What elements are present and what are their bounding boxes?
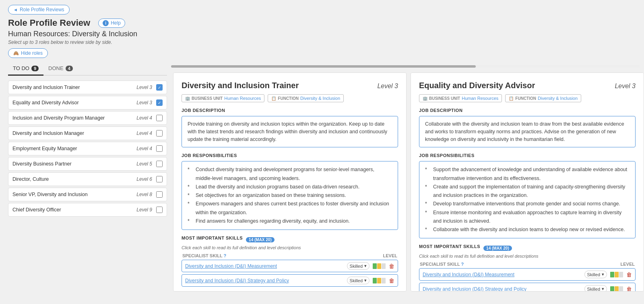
back-button[interactable]: ◄ Role Profile Reviews [8,5,70,14]
specialist-skill-help-icon[interactable]: ? [223,253,226,258]
skill-row: Diversity and Inclusion (D&I) Strategy a… [419,283,636,292]
responsibility-text: Collaborate with the diversity and inclu… [433,225,625,234]
help-button-label: Help [111,20,121,26]
bar-1 [373,278,377,283]
skill-row: Diversity and Inclusion (D&I) Strategy a… [182,274,398,287]
bar-2 [615,286,619,292]
role-list-item[interactable]: Equality and Diversity Advisor Level 3 ✓ [8,96,167,110]
skill-bars [373,263,386,269]
role-checkbox[interactable] [156,191,163,198]
role-list-item[interactable]: Director, Culture Level 6 [8,172,167,186]
function-label: FUNCTION [278,96,299,101]
role-list-item[interactable]: Diversity Business Partner Level 5 [8,157,167,171]
skill-level-select[interactable]: Skilled ▾ [347,277,369,284]
skill-name[interactable]: Diversity and Inclusion (D&I) Strategy a… [185,278,347,283]
business-unit-tag[interactable]: 🏢 BUSINESS UNIT Human Resources [419,94,502,102]
level-col-label: LEVEL [383,253,397,258]
role-checkbox[interactable]: ✓ [156,84,163,91]
responsibility-item: * Ensure intense monitoring and evaluati… [425,209,630,226]
skill-level-value: Skilled [350,264,363,269]
bullet-icon: * [425,209,430,226]
role-name: Diversity Business Partner [12,161,136,167]
responsibility-item: * Conduct diversity training and develop… [188,165,392,183]
hide-roles-button[interactable]: 🙈 Hide roles [8,48,48,58]
function-tag[interactable]: 📋 FUNCTION Diversity & Inclusion [268,94,344,102]
function-value: Diversity & Inclusion [538,96,578,101]
skill-name[interactable]: Diversity and Inclusion (D&I) Measuremen… [185,263,347,269]
skills-subtitle: Click each skill to read its full defini… [182,245,398,250]
bullet-icon: * [425,183,430,200]
skills-subtitle: Click each skill to read its full defini… [419,254,636,259]
bullet-icon: * [188,200,192,217]
business-unit-tag[interactable]: 🏢 BUSINESS UNIT Human Resources [182,94,264,102]
delete-skill-button[interactable]: 🗑 [626,271,632,278]
bullet-icon: * [425,165,430,183]
role-list-item[interactable]: Chief Diversity Officer Level 9 [8,203,167,217]
skill-name[interactable]: Diversity and Inclusion (D&I) Strategy a… [423,286,584,292]
job-description-heading: JOB DESCRIPTION [419,108,636,113]
role-checkbox[interactable] [156,207,163,213]
role-checkbox[interactable] [156,130,163,136]
responsibility-item: * Empowers managers and shares current b… [188,200,392,217]
back-button-label: Role Profile Reviews [20,7,64,12]
card-level: Level 3 [615,83,636,90]
role-name: Diversity and Inclusion Manager [12,130,136,136]
tab-todo[interactable]: TO DO 9 [8,62,43,76]
bar-1 [610,272,614,277]
role-checkbox[interactable]: ✓ [156,99,163,106]
skill-level-select[interactable]: Skilled ▾ [347,262,369,270]
role-checkbox[interactable] [156,176,163,182]
bar-2 [377,278,381,283]
responsibility-item: * Support the advancement of knowledge a… [425,165,630,183]
bullet-icon: * [425,200,430,208]
role-list-item[interactable]: Senior VP, Diversity and Inclusion Level… [8,188,167,201]
role-level: Level 6 [136,176,152,182]
skill-name[interactable]: Diversity and Inclusion (D&I) Measuremen… [423,272,584,277]
role-level: Level 3 [136,85,152,90]
help-button[interactable]: i Help [98,19,125,28]
responsibilities-box: * Conduct diversity training and develop… [182,161,398,230]
skill-level-value: Skilled [587,272,600,277]
page-title: Role Profile Review [8,18,90,28]
bar-1 [610,286,614,292]
specialist-skill-col-label: Specialist skill ? [420,262,464,267]
skills-header: MOST IMPORTANT SKILLS 14 (MAX 20) [182,236,398,244]
bullet-icon: * [188,183,192,191]
role-checkbox[interactable] [156,145,163,152]
function-tag[interactable]: 📋 FUNCTION Diversity & Inclusion [505,94,581,102]
role-level: Level 8 [136,192,152,197]
responsibility-text: Lead the diversity and inclusion program… [196,183,359,191]
role-list-item[interactable]: Diversity and Inclusion Trainer Level 3 … [8,81,167,94]
level-col-label: LEVEL [621,262,635,267]
delete-skill-button[interactable]: 🗑 [389,277,394,284]
role-checkbox[interactable] [156,161,163,167]
bullet-icon: * [188,191,192,200]
role-list-item[interactable]: Employment Equity Manager Level 4 [8,142,167,155]
chevron-down-icon: ▾ [602,286,604,292]
skill-level-select[interactable]: Skilled ▾ [584,271,607,278]
skills-count-badge: 14 (MAX 20) [483,246,512,251]
role-checkbox[interactable] [156,115,163,121]
role-level: Level 3 [136,100,152,105]
skill-level-select[interactable]: Skilled ▾ [584,285,607,292]
specialist-skill-col-label: Specialist skill ? [182,253,226,258]
role-list-item[interactable]: Inclusion and Diversity Program Manager … [8,111,167,125]
tab-done[interactable]: DONE 4 [43,62,78,76]
bar-3 [382,278,386,283]
skills-header: MOST IMPORTANT SKILLS 14 (MAX 20) [419,244,636,252]
specialist-skill-help-icon[interactable]: ? [461,262,464,267]
page-subtitle: Human Resources: Diversity & Inclusion [8,30,636,38]
role-name: Equality and Diversity Advisor [12,100,136,105]
function-icon: 📋 [509,96,514,101]
responsibility-item: * Lead the diversity and inclusion progr… [188,183,392,191]
responsibility-text: Empowers managers and shares current bes… [196,200,392,217]
responsibility-text: Create and support the implementation of… [433,183,630,200]
skill-level-value: Skilled [350,278,363,283]
role-list-item[interactable]: Diversity and Inclusion Manager Level 4 [8,126,167,140]
skill-level-value: Skilled [587,287,600,292]
tag-row: 🏢 BUSINESS UNIT Human Resources 📋 FUNCTI… [419,94,636,102]
delete-skill-button[interactable]: 🗑 [389,263,394,269]
role-list: Diversity and Inclusion Trainer Level 3 … [8,81,167,217]
delete-skill-button[interactable]: 🗑 [626,286,632,292]
bullet-icon: * [425,225,430,234]
